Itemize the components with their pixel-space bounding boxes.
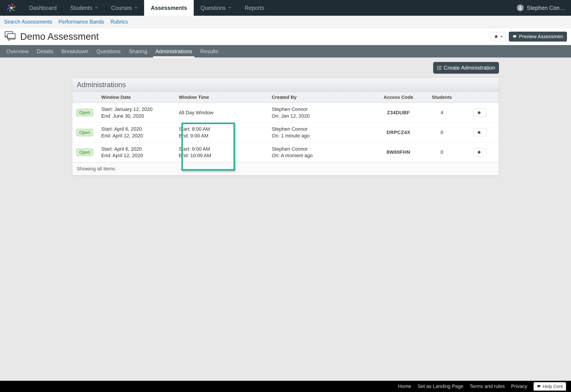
avatar-icon	[517, 4, 524, 11]
nav-label: Questions	[200, 5, 226, 11]
cell-window-date: Start: January 12, 2020End: June 30, 202…	[97, 103, 175, 123]
cell-created-by: Stephen ConnorOn: 1 minute ago	[268, 123, 374, 142]
nav-label: Students	[70, 5, 92, 11]
col-created-by[interactable]: Created By	[268, 92, 374, 103]
page-title: Demo Assessment	[20, 31, 99, 42]
nav-assessments[interactable]: Assessments	[144, 0, 194, 16]
cell-window-time: Start: 8:00 AMEnd: 9:00 AM	[175, 123, 268, 142]
preview-assessment-button[interactable]: Preview Assessmen	[509, 32, 567, 42]
sub-navbar: Search AssessmentsPerformance BandsRubri…	[0, 16, 571, 28]
nav-label: Assessments	[151, 5, 187, 11]
table-row: OpenStart: January 12, 2020End: June 30,…	[72, 103, 499, 123]
gear-icon	[477, 150, 481, 154]
panel-title: Administrations	[72, 78, 499, 92]
nav-students[interactable]: Students	[63, 0, 104, 16]
preview-assessment-label: Preview Assessmen	[519, 34, 563, 40]
cell-window-time: Start: 9:00 AMEnd: 10:00 AM	[175, 142, 268, 162]
user-menu[interactable]: Stephen Con…	[511, 0, 571, 16]
cell-access-code: DRPCZ4X	[374, 123, 423, 142]
footer-link-privacy[interactable]: Privacy	[511, 383, 527, 389]
tab-details[interactable]: Details	[33, 45, 57, 58]
nav-label: Reports	[245, 5, 264, 11]
nav-label: Dashboard	[29, 5, 57, 11]
chevron-down-icon	[95, 7, 98, 9]
cell-created-by: Stephen ConnorOn: Jan 12, 2020	[268, 103, 374, 123]
user-name: Stephen Con…	[527, 5, 565, 11]
administrations-table: Window Date Window Time Created By Acces…	[72, 92, 499, 162]
col-window-time[interactable]: Window Time	[175, 92, 268, 103]
gear-icon	[477, 131, 481, 134]
create-administration-button[interactable]: Create Administration	[433, 62, 499, 74]
speech-bubble-icon	[537, 384, 541, 388]
chevron-down-icon	[500, 36, 503, 37]
row-actions-button[interactable]	[473, 128, 486, 137]
col-access-code[interactable]: Access Code	[374, 92, 423, 103]
chevron-down-icon	[228, 7, 231, 9]
nav-dashboard[interactable]: Dashboard	[22, 0, 63, 16]
tab-bar: OverviewDetailsBreakdownQuestionsSharing…	[0, 45, 571, 58]
brand-logo[interactable]	[0, 0, 22, 16]
monitor-icon	[513, 35, 517, 39]
row-actions-button[interactable]	[473, 108, 486, 117]
administrations-panel: Administrations Window Date Window Time …	[72, 78, 499, 175]
nav-label: Courses	[111, 5, 132, 11]
footer-link-home[interactable]: Home	[398, 383, 411, 389]
tab-administrations[interactable]: Administrations	[151, 45, 196, 58]
tab-breakdown[interactable]: Breakdown	[57, 45, 92, 58]
col-window-date[interactable]: Window Date	[97, 92, 175, 103]
status-badge: Open	[76, 129, 93, 136]
assessment-icon	[4, 30, 16, 43]
svg-rect-8	[513, 35, 516, 37]
cell-students: 0	[423, 142, 461, 162]
nav-courses[interactable]: Courses	[104, 0, 144, 16]
footer-link-terms-and-rules[interactable]: Terms and rules	[470, 383, 505, 389]
subnav-rubrics[interactable]: Rubrics	[110, 19, 128, 25]
svg-rect-9	[514, 38, 515, 38]
help-center-button[interactable]: Help Cent	[533, 382, 566, 391]
panel-footer: Showing all items	[72, 162, 499, 175]
tab-results[interactable]: Results	[196, 45, 222, 58]
tab-overview[interactable]: Overview	[2, 45, 33, 58]
cell-students: 0	[423, 123, 461, 142]
nav-questions[interactable]: Questions	[194, 0, 238, 16]
nav-reports[interactable]: Reports	[238, 0, 271, 16]
footer-link-set-as-landing-page[interactable]: Set as Landing Page	[417, 383, 463, 389]
page-header: Demo Assessment Preview Assessmen	[0, 28, 571, 45]
cell-window-date: Start: April 6, 2020End: April 12, 2020	[97, 123, 175, 142]
table-row: OpenStart: April 6, 2020End: April 12, 2…	[72, 123, 499, 142]
help-center-label: Help Cent	[543, 384, 563, 389]
cell-access-code: Z34DUBF	[374, 103, 423, 123]
create-administration-label: Create Administration	[444, 65, 495, 71]
col-actions	[461, 92, 499, 103]
table-row: OpenStart: April 6, 2020End: April 12, 2…	[72, 142, 499, 162]
chevron-down-icon	[135, 7, 137, 9]
page-footer: HomeSet as Landing PageTerms and rulesPr…	[0, 381, 571, 392]
gear-icon	[477, 111, 481, 115]
cell-access-code: 8W69FHN	[374, 142, 423, 162]
plus-square-icon	[437, 66, 442, 70]
col-students[interactable]: Students	[423, 92, 461, 103]
status-badge: Open	[76, 109, 93, 116]
col-status	[72, 92, 97, 103]
cell-students: 4	[423, 103, 461, 123]
subnav-search-assessments[interactable]: Search Assessments	[4, 19, 52, 25]
subnav-performance-bands[interactable]: Performance Bands	[58, 19, 104, 25]
cell-window-time: All Day Window	[175, 103, 268, 123]
status-badge: Open	[76, 149, 93, 156]
gear-icon	[494, 35, 498, 39]
tab-sharing[interactable]: Sharing	[125, 45, 152, 58]
top-navbar: DashboardStudentsCoursesAssessmentsQuest…	[0, 0, 571, 16]
svg-point-1	[520, 6, 521, 8]
cell-created-by: Stephen ConnorOn: A moment ago	[268, 142, 374, 162]
tab-questions[interactable]: Questions	[92, 45, 125, 58]
page-settings-button[interactable]	[490, 32, 506, 41]
cell-window-date: Start: April 6, 2020End: April 12, 2020	[97, 142, 175, 162]
row-actions-button[interactable]	[473, 148, 486, 157]
